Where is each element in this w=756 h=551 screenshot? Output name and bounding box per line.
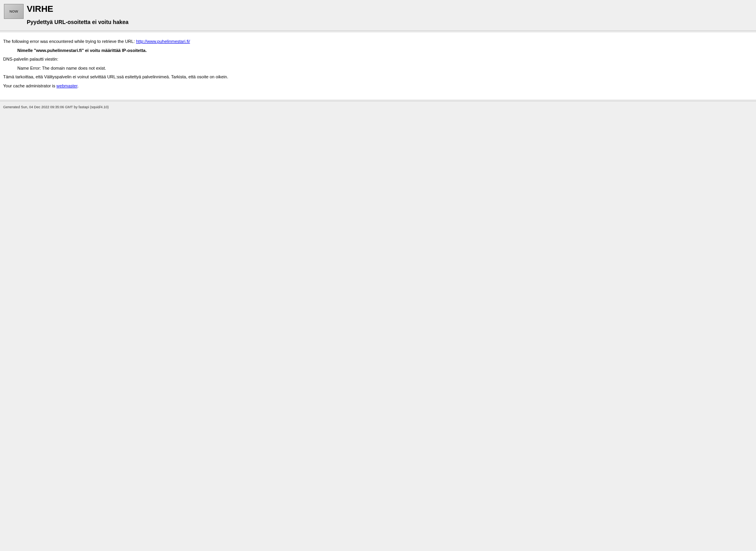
content-area: The following error was encountered whil… (0, 33, 756, 99)
dns-block: Name Error: The domain name does not exi… (17, 65, 753, 72)
admin-suffix: . (78, 83, 79, 88)
error-bold-text: Nimelle "www.puhelinmestari.fi" ei voitu… (17, 48, 147, 53)
page-subtitle: Pyydettyä URL-osoitetta ei voitu hakea (27, 19, 128, 25)
error-block: Nimelle "www.puhelinmestari.fi" ei voitu… (17, 47, 753, 54)
admin-paragraph: Your cache administrator is webmaster. (3, 83, 753, 89)
explanation-text: Tämä tarkoittaa, että Välityspalvelin ei… (3, 74, 753, 80)
header-text: VIRHE Pyydettyä URL-osoitetta ei voitu h… (27, 4, 128, 25)
failed-url-link[interactable]: http://www.puhelinmestari.fi/ (136, 39, 190, 44)
divider-top (0, 31, 756, 31)
admin-text: Your cache administrator is (3, 83, 56, 88)
dns-error-text: Name Error: The domain name does not exi… (17, 65, 753, 72)
intro-paragraph: The following error was encountered whil… (3, 38, 753, 45)
intro-text: The following error was encountered whil… (3, 39, 136, 44)
page-title: VIRHE (27, 4, 128, 14)
dns-intro: DNS-palvelin palautti viestin: (3, 56, 753, 63)
error-message: Nimelle "www.puhelinmestari.fi" ei voitu… (17, 47, 753, 54)
icon-label: NOW (9, 9, 18, 13)
divider-bottom (0, 101, 756, 101)
generated-text: Generated Sun, 04 Dec 2022 09:35:06 GMT … (3, 105, 109, 109)
squid-now-icon: NOW (4, 4, 24, 19)
header: NOW VIRHE Pyydettyä URL-osoitetta ei voi… (0, 0, 756, 29)
footer: Generated Sun, 04 Dec 2022 09:35:06 GMT … (0, 103, 756, 111)
webmaster-link[interactable]: webmaster (56, 83, 77, 88)
